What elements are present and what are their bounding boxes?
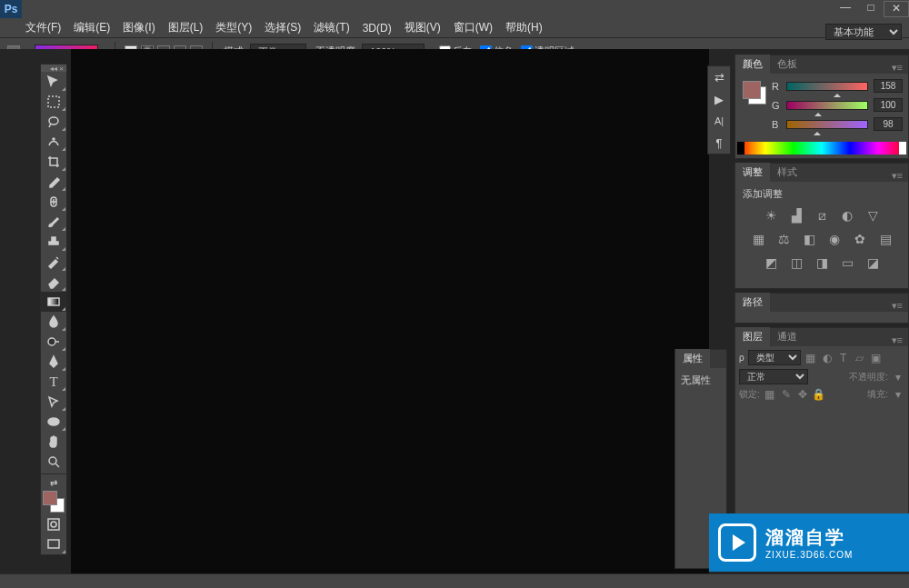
watermark: 溜溜自学 ZIXUE.3D66.COM — [709, 513, 909, 572]
toolbar-collapse[interactable]: ◂◂ × — [41, 65, 66, 72]
blur-tool[interactable] — [41, 312, 66, 332]
adj-exposure-icon[interactable]: ◐ — [839, 208, 855, 224]
color-swatches[interactable] — [43, 491, 65, 513]
lasso-tool[interactable] — [41, 112, 66, 132]
adj-poster-icon[interactable]: ◫ — [788, 255, 804, 272]
adj-vibrance-icon[interactable]: ▽ — [864, 208, 881, 224]
quick-select-tool[interactable] — [41, 132, 66, 152]
adj-mixer-icon[interactable]: ✿ — [852, 232, 868, 248]
lock-trans-icon[interactable]: ▦ — [764, 388, 776, 401]
layers-panel-menu[interactable]: ▾≡ — [886, 334, 908, 346]
adj-bw-icon[interactable]: ◧ — [801, 232, 817, 248]
filter-adjust-icon[interactable]: ◐ — [821, 352, 834, 364]
eyedropper-tool[interactable] — [41, 172, 66, 192]
r-slider[interactable] — [786, 82, 868, 91]
hand-tool[interactable] — [41, 432, 66, 452]
g-slider[interactable] — [786, 101, 868, 110]
canvas[interactable] — [71, 49, 709, 588]
adj-selective-icon[interactable]: ◪ — [864, 255, 881, 272]
close-button[interactable]: ✕ — [884, 1, 909, 17]
filter-smart-icon[interactable]: ▣ — [870, 352, 883, 364]
zoom-tool[interactable] — [41, 452, 66, 472]
lock-all-icon[interactable]: 🔒 — [813, 388, 825, 401]
menu-select[interactable]: 选择(S) — [265, 20, 301, 35]
healing-tool[interactable] — [41, 192, 66, 212]
menu-edit[interactable]: 编辑(E) — [74, 20, 110, 35]
minimize-button[interactable]: — — [833, 1, 858, 17]
brush-tool[interactable] — [41, 212, 66, 232]
tab-styles[interactable]: 样式 — [770, 163, 804, 182]
type-tool[interactable]: T — [41, 372, 66, 392]
tab-adjustments[interactable]: 调整 — [735, 163, 770, 182]
pen-tool[interactable] — [41, 352, 66, 372]
tab-swatches[interactable]: 色板 — [770, 55, 804, 74]
gradient-tool[interactable] — [41, 292, 66, 312]
adj-threshold-icon[interactable]: ◨ — [814, 255, 830, 272]
filter-image-icon[interactable]: ▦ — [804, 352, 817, 364]
adj-levels-icon[interactable]: ▟ — [788, 208, 804, 224]
tab-color[interactable]: 颜色 — [735, 55, 770, 74]
adj-brightness-icon[interactable]: ☀ — [763, 208, 779, 224]
adjust-panel-menu[interactable]: ▾≡ — [886, 170, 908, 182]
menu-file[interactable]: 文件(F) — [25, 20, 61, 35]
sidetab-actions[interactable]: ▶ — [708, 88, 730, 110]
layer-blend-select[interactable]: 正常 — [739, 369, 808, 384]
tab-properties[interactable]: 属性 — [675, 349, 710, 368]
paths-panel-menu[interactable]: ▾≡ — [886, 300, 908, 312]
history-brush-tool[interactable] — [41, 252, 66, 272]
tab-channels[interactable]: 通道 — [770, 327, 804, 346]
sidetab-history[interactable]: ⇄ — [708, 66, 730, 88]
sidetab-character[interactable]: A| — [708, 110, 730, 132]
adj-hue-icon[interactable]: ▦ — [750, 232, 766, 248]
color-panel: 颜色 色板 ▾≡ R G B — [734, 55, 909, 159]
panel-color-swatches[interactable] — [741, 79, 766, 130]
shape-tool[interactable] — [41, 412, 66, 432]
path-select-tool[interactable] — [41, 392, 66, 412]
workspace-select[interactable]: 基本功能 — [825, 24, 902, 40]
adj-balance-icon[interactable]: ⚖ — [775, 232, 792, 248]
r-value[interactable] — [874, 79, 903, 93]
filter-shape-icon[interactable]: ▱ — [854, 352, 866, 364]
tab-paths[interactable]: 路径 — [735, 293, 770, 312]
b-slider[interactable] — [786, 120, 868, 129]
foreground-swatch[interactable] — [43, 491, 57, 505]
svg-point-2 — [53, 138, 55, 140]
r-label: R — [772, 81, 781, 92]
quickmask-tool[interactable] — [41, 514, 66, 534]
menu-help[interactable]: 帮助(H) — [505, 20, 543, 35]
adj-curves-icon[interactable]: ⧄ — [814, 208, 830, 224]
layer-filter-select[interactable]: 类型 — [748, 350, 801, 365]
dodge-tool[interactable] — [41, 332, 66, 352]
watermark-en: ZIXUE.3D66.COM — [765, 550, 853, 560]
color-swap-icon[interactable]: ⇄ — [41, 476, 66, 489]
color-panel-menu[interactable]: ▾≡ — [886, 62, 908, 74]
menu-view[interactable]: 视图(V) — [405, 20, 441, 35]
menu-layer[interactable]: 图层(L) — [168, 20, 204, 35]
sidetab-paragraph[interactable]: ¶ — [708, 132, 730, 154]
stamp-tool[interactable] — [41, 232, 66, 252]
screenmode-tool[interactable] — [41, 534, 66, 554]
spectrum-bar[interactable] — [737, 142, 906, 154]
menu-image[interactable]: 图像(I) — [123, 20, 155, 35]
lock-pos-icon[interactable]: ✥ — [796, 388, 809, 401]
b-value[interactable] — [874, 117, 903, 131]
menu-filter[interactable]: 滤镜(T) — [314, 20, 349, 35]
adj-lut-icon[interactable]: ▤ — [877, 232, 894, 248]
svg-rect-8 — [48, 519, 59, 530]
maximize-button[interactable]: □ — [858, 1, 884, 17]
menu-window[interactable]: 窗口(W) — [454, 20, 493, 35]
g-value[interactable] — [874, 98, 903, 112]
toolbar: ◂◂ × T ⇄ — [40, 64, 67, 555]
tab-layers[interactable]: 图层 — [735, 327, 770, 346]
marquee-tool[interactable] — [41, 92, 66, 112]
lock-paint-icon[interactable]: ✎ — [780, 388, 793, 401]
adj-invert-icon[interactable]: ◩ — [763, 255, 779, 272]
eraser-tool[interactable] — [41, 272, 66, 292]
menu-3d[interactable]: 3D(D) — [363, 22, 392, 35]
filter-type-icon[interactable]: T — [837, 352, 850, 364]
crop-tool[interactable] — [41, 152, 66, 172]
adj-photofilter-icon[interactable]: ◉ — [826, 232, 843, 248]
menu-type[interactable]: 类型(Y) — [215, 20, 252, 35]
move-tool[interactable] — [41, 72, 66, 92]
adj-gradmap-icon[interactable]: ▭ — [839, 255, 855, 272]
